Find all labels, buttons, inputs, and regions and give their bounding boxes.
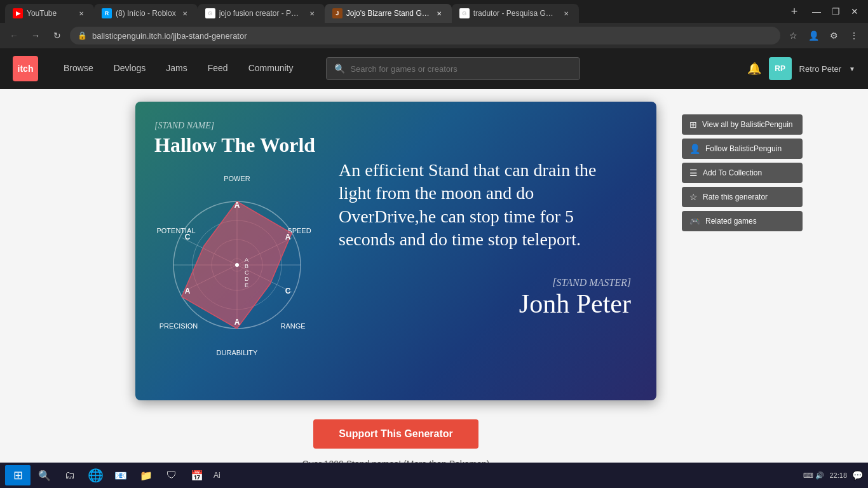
tab-title-tradutor: tradutor - Pesquisa Google: [473, 9, 557, 18]
browser-chrome: ▶YouTube✕R(8) Início - Roblox✕Gjojo fusi…: [0, 0, 868, 48]
radar-chart: POWER SPEED RANGE DURABILITY PRECISION P…: [154, 170, 320, 360]
related-games-button[interactable]: 🎮 Related games: [682, 211, 803, 231]
svg-text:A: A: [185, 287, 191, 295]
tab-roblox[interactable]: R(8) Início - Roblox✕: [94, 4, 198, 23]
chrome-taskbar-button[interactable]: 🌐: [84, 464, 107, 487]
chevron-down-icon[interactable]: ▼: [849, 65, 855, 72]
forward-button[interactable]: →: [27, 27, 44, 44]
tabs-container: ▶YouTube✕R(8) Início - Roblox✕Gjojo fusi…: [5, 0, 783, 23]
chrome-icon: 🌐: [88, 468, 104, 483]
search-taskbar-button[interactable]: 🔍: [33, 464, 56, 487]
related-icon: 🎮: [689, 216, 700, 226]
star-icon: ☆: [689, 192, 698, 202]
mail-taskbar-button[interactable]: 📧: [109, 464, 132, 487]
tab-close-jjba[interactable]: ✕: [434, 8, 444, 18]
bookmark-icon[interactable]: ☆: [784, 27, 802, 44]
calendar-icon: 📅: [191, 470, 203, 482]
stand-card: [STAND NAME] Hallow The World POWER SPEE…: [135, 102, 656, 400]
explorer-taskbar-button[interactable]: 📁: [135, 464, 158, 487]
svg-text:C: C: [245, 269, 249, 276]
tab-favicon-tradutor: G: [459, 8, 470, 18]
svg-text:C: C: [185, 233, 191, 241]
tab-favicon-jjba: J: [332, 8, 342, 18]
itchio-logo[interactable]: itch: [13, 56, 38, 81]
tab-title-yt: YouTube: [27, 9, 72, 18]
stand-master-name: Jonh Peter: [339, 288, 631, 319]
nav-item-feed[interactable]: Feed: [198, 48, 238, 89]
add-collection-button[interactable]: ☰ Add To Collection: [682, 163, 803, 183]
stand-name-label: [STAND NAME]: [154, 121, 326, 131]
stand-name: Hallow The World: [154, 133, 326, 157]
tab-close-jojo-search[interactable]: ✕: [307, 8, 317, 18]
radar-chart-container: POWER SPEED RANGE DURABILITY PRECISION P…: [154, 170, 320, 367]
rate-button[interactable]: ☆ Rate this generator: [682, 187, 803, 207]
profile-icon[interactable]: 👤: [804, 27, 822, 44]
header-right: 🔔 RP Retro Peter ▼: [747, 57, 855, 80]
svg-text:A: A: [234, 318, 240, 327]
start-button[interactable]: ⊞: [5, 465, 31, 485]
search-bar[interactable]: 🔍: [326, 57, 580, 80]
shield-icon: 🛡: [166, 470, 177, 481]
view-all-button[interactable]: ⊞ View all by BalisticPenguin: [682, 114, 803, 135]
tab-jojo-search[interactable]: Gjojo fusion creator - Pesquisa G✕: [198, 4, 325, 23]
taskbar: ⊞ 🔍 🗂 🌐 📧 📁 🛡 📅 Ai ⌨ 🔊 22:18 💬: [0, 463, 868, 488]
svg-text:POWER: POWER: [224, 175, 250, 182]
svg-text:DURABILITY: DURABILITY: [217, 349, 258, 356]
reload-button[interactable]: ↻: [48, 27, 66, 44]
rate-label: Rate this generator: [703, 193, 768, 201]
new-tab-button[interactable]: +: [785, 3, 803, 20]
calendar-taskbar-button[interactable]: 📅: [186, 464, 208, 487]
follow-label: Follow BalisticPenguin: [705, 144, 782, 153]
menu-button[interactable]: ⋮: [845, 27, 863, 44]
folder-icon: 📁: [140, 470, 153, 482]
minimize-button[interactable]: —: [808, 3, 825, 20]
back-button[interactable]: ←: [5, 27, 23, 44]
grid-icon: ⊞: [689, 119, 697, 130]
tab-tradutor[interactable]: Gtradutor - Pesquisa Google✕: [452, 4, 579, 23]
ai-label[interactable]: Ai: [214, 471, 220, 480]
tab-close-roblox[interactable]: ✕: [180, 8, 190, 18]
tab-favicon-roblox: R: [102, 8, 112, 18]
content-wrapper: [STAND NAME] Hallow The World POWER SPEE…: [110, 102, 809, 469]
ssl-icon: 🔒: [78, 31, 87, 40]
support-button[interactable]: Support This Generator: [313, 419, 478, 449]
add-collection-label: Add To Collection: [703, 168, 762, 177]
nav-item-browse[interactable]: Browse: [53, 48, 104, 89]
view-all-label: View all by BalisticPenguin: [702, 120, 793, 129]
task-view-button[interactable]: 🗂: [58, 464, 81, 487]
maximize-button[interactable]: ❐: [827, 3, 844, 20]
tab-close-tradutor[interactable]: ✕: [561, 8, 571, 18]
svg-text:RANGE: RANGE: [280, 322, 305, 330]
clock: 22:18: [829, 471, 847, 479]
task-view-icon: 🗂: [65, 470, 75, 481]
tab-yt[interactable]: ▶YouTube✕: [5, 4, 94, 23]
user-name[interactable]: Retro Peter: [799, 64, 841, 74]
follow-button[interactable]: 👤 Follow BalisticPenguin: [682, 139, 803, 159]
stand-description: An efficient Stand that can drain the li…: [339, 159, 631, 252]
address-bar[interactable]: 🔒 balisticpenguin.itch.io/jjba-stand-gen…: [70, 27, 780, 44]
nav-item-jams[interactable]: Jams: [156, 48, 197, 89]
notification-center-icon[interactable]: 💬: [852, 470, 863, 480]
collection-icon: ☰: [689, 168, 698, 178]
mail-icon: 📧: [114, 470, 127, 482]
stand-master-label: [STAND MASTER]: [339, 277, 631, 288]
tab-favicon-yt: ▶: [13, 8, 23, 18]
extension-icon[interactable]: ⚙: [825, 27, 843, 44]
taskbar-right: ⌨ 🔊 22:18 💬: [803, 470, 863, 480]
search-input[interactable]: [350, 64, 572, 74]
shield-taskbar-button[interactable]: 🛡: [160, 464, 183, 487]
content-area: [STAND NAME] Hallow The World POWER SPEE…: [0, 89, 868, 488]
title-bar: ▶YouTube✕R(8) Início - Roblox✕Gjojo fusi…: [0, 0, 868, 23]
svg-text:A: A: [285, 233, 291, 241]
stand-card-inner: [STAND NAME] Hallow The World POWER SPEE…: [135, 102, 656, 400]
notification-button[interactable]: 🔔: [747, 62, 761, 76]
tab-favicon-jojo-search: G: [205, 8, 215, 18]
tab-jjba[interactable]: JJojo's Bizarre Stand Generator✕: [325, 4, 452, 23]
url-text: balisticpenguin.itch.io/jjba-stand-gener…: [92, 31, 773, 41]
tab-close-yt[interactable]: ✕: [76, 8, 86, 18]
nav-item-community[interactable]: Community: [238, 48, 304, 89]
nav-item-devlogs[interactable]: Devlogs: [104, 48, 156, 89]
person-icon: 👤: [689, 144, 700, 154]
tab-title-jojo-search: jojo fusion creator - Pesquisa G: [219, 9, 303, 18]
close-button[interactable]: ✕: [846, 3, 863, 20]
